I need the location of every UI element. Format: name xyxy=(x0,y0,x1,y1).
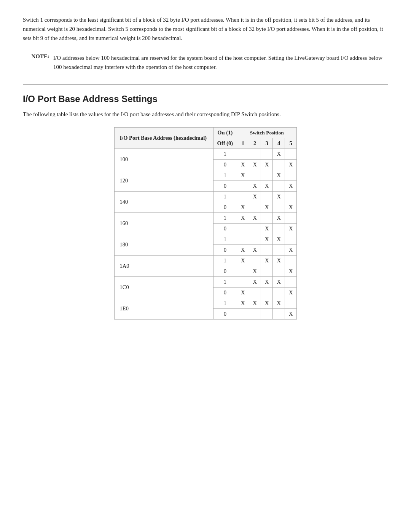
on-sw5-cell xyxy=(285,213,296,224)
off-sw1-cell: X xyxy=(237,245,249,256)
on-sw3-cell xyxy=(261,170,272,181)
off-sw2-cell: X xyxy=(249,266,261,277)
off-sw5-cell: X xyxy=(285,160,296,170)
off-sw5-cell: X xyxy=(285,245,296,256)
table-row: 1401XX xyxy=(114,192,297,202)
table-row: 1E01XXXX xyxy=(114,298,297,309)
on-sw4-cell: X xyxy=(273,213,285,224)
on-sw4-cell: X xyxy=(273,256,285,266)
table-row: 1201XX xyxy=(114,170,297,181)
off-sw2-cell xyxy=(249,202,261,213)
on-sw3-cell: X xyxy=(261,277,272,288)
on-sw5-cell xyxy=(285,192,296,202)
off-sw2-cell xyxy=(249,224,261,234)
off-sw3-cell xyxy=(261,309,272,320)
off-sw2-cell: X xyxy=(249,181,261,192)
address-cell: 120 xyxy=(114,170,213,192)
off-sw4-cell xyxy=(273,181,285,192)
on-sw2-cell: X xyxy=(249,277,261,288)
off-sw5-cell: X xyxy=(285,181,296,192)
col-sw3-header: 3 xyxy=(261,138,272,149)
off-sw4-cell xyxy=(273,245,285,256)
on-sw5-cell xyxy=(285,170,296,181)
col-sw1-header: 1 xyxy=(237,138,249,149)
off-sw4-cell xyxy=(273,266,285,277)
on-sw2-cell: X xyxy=(249,213,261,224)
table-row: 1801XX xyxy=(114,234,297,245)
address-cell: 1C0 xyxy=(114,277,213,298)
io-address-table: I/O Port Base Address (hexadecimal) On (… xyxy=(114,127,297,320)
on-sw5-cell xyxy=(285,256,296,266)
address-cell: 160 xyxy=(114,213,213,234)
address-cell: 1E0 xyxy=(114,298,213,320)
off-value-cell: 0 xyxy=(213,266,237,277)
table-row: 1A01XXX xyxy=(114,256,297,266)
off-sw3-cell xyxy=(261,245,272,256)
col-sw5-header: 5 xyxy=(285,138,296,149)
off-sw1-cell: X xyxy=(237,202,249,213)
off-sw4-cell xyxy=(273,224,285,234)
on-sw2-cell xyxy=(249,256,261,266)
address-cell: 100 xyxy=(114,149,213,170)
on-sw5-cell xyxy=(285,277,296,288)
off-sw1-cell xyxy=(237,224,249,234)
on-sw2-cell xyxy=(249,234,261,245)
col-address-header: I/O Port Base Address (hexadecimal) xyxy=(114,128,213,149)
off-sw4-cell xyxy=(273,202,285,213)
off-sw3-cell xyxy=(261,266,272,277)
off-sw5-cell: X xyxy=(285,309,296,320)
off-value-cell: 0 xyxy=(213,288,237,298)
on-sw2-cell xyxy=(249,170,261,181)
off-value-cell: 0 xyxy=(213,160,237,170)
on-sw5-cell xyxy=(285,298,296,309)
off-value-cell: 0 xyxy=(213,181,237,192)
off-sw3-cell: X xyxy=(261,181,272,192)
on-value-cell: 1 xyxy=(213,277,237,288)
off-sw5-cell: X xyxy=(285,288,296,298)
section-description: The following table lists the values for… xyxy=(23,110,388,119)
off-sw5-cell: X xyxy=(285,202,296,213)
on-sw1-cell xyxy=(237,277,249,288)
on-sw3-cell xyxy=(261,149,272,160)
col-sw4-header: 4 xyxy=(273,138,285,149)
on-sw2-cell: X xyxy=(249,298,261,309)
col-switch-position-header: Switch Position xyxy=(237,128,297,138)
on-sw4-cell: X xyxy=(273,192,285,202)
off-value-cell: 0 xyxy=(213,245,237,256)
on-sw1-cell: X xyxy=(237,170,249,181)
off-sw3-cell: X xyxy=(261,224,272,234)
on-sw5-cell xyxy=(285,149,296,160)
address-cell: 1A0 xyxy=(114,256,213,277)
on-value-cell: 1 xyxy=(213,192,237,202)
off-sw1-cell xyxy=(237,181,249,192)
table-wrapper: I/O Port Base Address (hexadecimal) On (… xyxy=(23,127,388,320)
off-sw4-cell xyxy=(273,160,285,170)
on-sw3-cell: X xyxy=(261,234,272,245)
off-sw5-cell: X xyxy=(285,224,296,234)
on-sw1-cell: X xyxy=(237,298,249,309)
on-value-cell: 1 xyxy=(213,234,237,245)
on-sw3-cell: X xyxy=(261,256,272,266)
off-value-cell: 0 xyxy=(213,309,237,320)
on-sw1-cell xyxy=(237,234,249,245)
on-sw1-cell xyxy=(237,192,249,202)
on-sw4-cell: X xyxy=(273,234,285,245)
off-sw3-cell: X xyxy=(261,160,272,170)
on-sw4-cell: X xyxy=(273,149,285,160)
on-value-cell: 1 xyxy=(213,298,237,309)
on-sw3-cell: X xyxy=(261,298,272,309)
table-row: 1C01XXX xyxy=(114,277,297,288)
section-title: I/O Port Base Address Settings xyxy=(23,94,388,104)
on-sw3-cell xyxy=(261,213,272,224)
off-sw4-cell xyxy=(273,309,285,320)
col-sw2-header: 2 xyxy=(249,138,261,149)
off-sw2-cell xyxy=(249,288,261,298)
on-value-cell: 1 xyxy=(213,170,237,181)
off-sw4-cell xyxy=(273,288,285,298)
on-sw4-cell: X xyxy=(273,277,285,288)
on-value-cell: 1 xyxy=(213,256,237,266)
on-sw5-cell xyxy=(285,234,296,245)
on-sw2-cell xyxy=(249,149,261,160)
address-cell: 180 xyxy=(114,234,213,256)
off-value-cell: 0 xyxy=(213,202,237,213)
